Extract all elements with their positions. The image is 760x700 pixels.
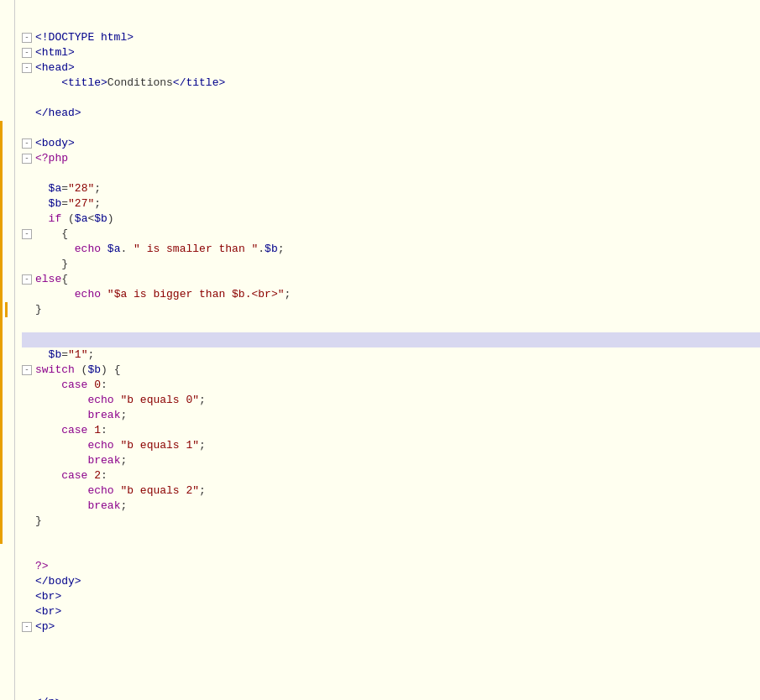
line-content: <p> bbox=[35, 619, 55, 635]
code-line: </p> bbox=[22, 695, 760, 700]
code-line bbox=[22, 665, 760, 680]
line-content: switch ($b) { bbox=[35, 363, 120, 378]
code-line: -switch ($b) { bbox=[22, 363, 760, 378]
line-content: <?php bbox=[35, 151, 68, 166]
line-content: break; bbox=[35, 499, 127, 514]
code-line: $a="28"; bbox=[22, 181, 760, 196]
line-content bbox=[35, 544, 42, 559]
code-line: } bbox=[22, 257, 760, 272]
code-line: echo "$a is bigger than $b.<br>"; bbox=[22, 287, 760, 302]
code-line: -<body> bbox=[22, 136, 760, 151]
fold-icon[interactable]: - bbox=[22, 63, 32, 73]
code-line: <br> bbox=[22, 604, 760, 619]
line-content: <br> bbox=[35, 589, 61, 604]
code-line: if ($a<$b) bbox=[22, 212, 760, 227]
code-line: </head> bbox=[22, 106, 760, 121]
code-line bbox=[22, 680, 760, 695]
line-content: $a="28"; bbox=[35, 181, 101, 196]
line-content bbox=[35, 665, 42, 680]
line-content: echo $a. " is smaller than ".$b; bbox=[35, 242, 285, 257]
line-content: echo "b equals 0"; bbox=[35, 393, 206, 408]
fold-icon[interactable]: - bbox=[22, 48, 32, 58]
line-content: <br> bbox=[35, 604, 61, 619]
code-line: echo "b equals 0"; bbox=[22, 393, 760, 408]
fold-icon[interactable]: - bbox=[22, 365, 32, 375]
line-content: ?> bbox=[35, 559, 49, 574]
code-line: <title>Conditions</title> bbox=[22, 76, 760, 91]
line-content: <!DOCTYPE html> bbox=[35, 30, 134, 45]
line-content: $b="27"; bbox=[35, 196, 101, 212]
line-content: if ($a<$b) bbox=[35, 212, 114, 227]
fold-icon[interactable]: - bbox=[22, 138, 32, 149]
line-content bbox=[35, 91, 42, 106]
code-editor[interactable]: -<!DOCTYPE html>-<html>-<head> <title>Co… bbox=[0, 0, 760, 700]
line-content bbox=[35, 529, 42, 544]
line-content: <title>Conditions</title> bbox=[35, 76, 225, 91]
line-content bbox=[35, 650, 42, 665]
code-line bbox=[22, 317, 760, 332]
line-content: </p> bbox=[35, 695, 61, 700]
code-line: break; bbox=[22, 499, 760, 514]
line-content: <head> bbox=[35, 60, 75, 76]
code-line: break; bbox=[22, 453, 760, 468]
code-line bbox=[22, 91, 760, 106]
line-content: echo "b equals 1"; bbox=[35, 438, 206, 453]
line-content: { bbox=[35, 227, 68, 242]
code-line: -<p> bbox=[22, 619, 760, 635]
code-area[interactable]: -<!DOCTYPE html>-<html>-<head> <title>Co… bbox=[15, 0, 760, 700]
code-line: break; bbox=[22, 408, 760, 423]
editor-gutter bbox=[0, 0, 15, 700]
code-line: echo "b equals 2"; bbox=[22, 483, 760, 499]
code-line: case 1: bbox=[22, 423, 760, 438]
line-content: break; bbox=[35, 453, 127, 468]
code-line: -else{ bbox=[22, 272, 760, 287]
code-line: $b="27"; bbox=[22, 196, 760, 212]
code-line bbox=[22, 635, 760, 650]
line-content: $b="1"; bbox=[35, 347, 94, 363]
fold-icon[interactable]: - bbox=[22, 622, 32, 632]
code-line: echo "b equals 1"; bbox=[22, 438, 760, 453]
line-content bbox=[35, 635, 42, 650]
code-line: -<!DOCTYPE html> bbox=[22, 30, 760, 45]
fold-icon[interactable]: - bbox=[22, 154, 32, 164]
code-line: case 0: bbox=[22, 378, 760, 393]
line-content bbox=[35, 680, 42, 695]
code-line: } bbox=[22, 302, 760, 317]
code-line bbox=[22, 166, 760, 181]
line-content bbox=[35, 317, 42, 332]
code-line: -<html> bbox=[22, 45, 760, 60]
line-content: case 1: bbox=[35, 423, 107, 438]
code-line: </body> bbox=[22, 574, 760, 589]
code-line: -<head> bbox=[22, 60, 760, 76]
line-content: } bbox=[35, 514, 42, 529]
code-line bbox=[22, 332, 760, 347]
line-content: break; bbox=[35, 408, 127, 423]
code-line: - { bbox=[22, 227, 760, 242]
line-content: echo "b equals 2"; bbox=[35, 483, 206, 499]
line-content bbox=[35, 332, 42, 347]
line-content bbox=[35, 121, 42, 136]
line-content bbox=[35, 166, 42, 181]
code-line: echo $a. " is smaller than ".$b; bbox=[22, 242, 760, 257]
line-content: case 2: bbox=[35, 468, 107, 483]
code-line: ?> bbox=[22, 559, 760, 574]
code-line: } bbox=[22, 514, 760, 529]
php-section-border bbox=[0, 121, 3, 544]
line-content: </head> bbox=[35, 106, 81, 121]
code-line bbox=[22, 529, 760, 544]
code-line bbox=[22, 121, 760, 136]
line-content: } bbox=[35, 257, 68, 272]
code-line: $b="1"; bbox=[22, 347, 760, 363]
fold-icon[interactable]: - bbox=[22, 33, 32, 43]
line-content: else{ bbox=[35, 272, 68, 287]
line-content: case 0: bbox=[35, 378, 107, 393]
code-line: case 2: bbox=[22, 468, 760, 483]
fold-marker[interactable]: - bbox=[22, 229, 32, 239]
code-line: -<?php bbox=[22, 151, 760, 166]
fold-icon[interactable]: - bbox=[22, 274, 32, 285]
line-content: <body> bbox=[35, 136, 75, 151]
line-content: <html> bbox=[35, 45, 75, 60]
line-content: </body> bbox=[35, 574, 81, 589]
code-line bbox=[22, 544, 760, 559]
line-content: } bbox=[35, 302, 42, 317]
